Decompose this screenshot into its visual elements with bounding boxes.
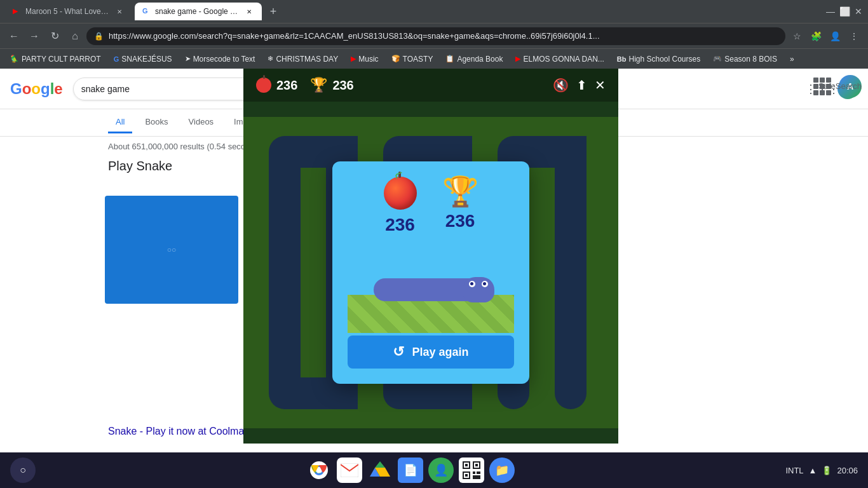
snake-thumbnail: ○○ xyxy=(105,196,238,304)
bookmark-star-icon[interactable]: ☆ xyxy=(788,27,806,45)
files-icon: 📁 xyxy=(495,463,509,477)
high-score-display: 🏆 236 xyxy=(310,77,353,93)
close-button[interactable]: ✕ xyxy=(854,7,863,16)
search-nav-videos[interactable]: Videos xyxy=(181,112,222,133)
current-score-display: 236 xyxy=(256,78,297,93)
nav-bar: ← → ↻ ⌂ 🔒 https://www.google.com/search?… xyxy=(0,23,868,48)
taskbar-qr[interactable] xyxy=(459,458,484,483)
search-nav-all[interactable]: All xyxy=(108,112,132,133)
trophy-icon: 🏆 xyxy=(310,77,327,93)
window-controls: — ⬜ ✕ xyxy=(826,7,863,16)
svg-rect-29 xyxy=(473,471,475,474)
maximize-button[interactable]: ⬜ xyxy=(840,7,849,16)
taskbar-chrome[interactable] xyxy=(306,458,332,483)
bookmark-snakejesus[interactable]: G SNAKEJÉSUS xyxy=(109,52,177,66)
bookmark-label-5: TOASTY xyxy=(403,55,433,64)
bookmark-label-2: Morsecode to Text xyxy=(193,55,255,64)
bookmark-favicon-8: Bb xyxy=(617,55,627,63)
back-button[interactable]: ← xyxy=(5,27,23,45)
bookmark-music[interactable]: ▶ Music xyxy=(346,52,383,66)
classroom-icon: 👤 xyxy=(434,463,448,477)
tab-1-title: Maroon 5 - What Lovers Do (Lyri... xyxy=(25,7,111,16)
modal-scores: 236 🏆 236 xyxy=(348,177,514,235)
bookmark-christmas-day[interactable]: ❄ CHRISTMAS DAY xyxy=(262,52,343,66)
main-content: Google snake game ⋮⋮⋮ A All Books Videos… xyxy=(0,69,868,488)
taskbar-right: INTL ▲ 🔋 20:06 xyxy=(785,466,858,475)
nav-right-icons: ☆ 🧩 👤 ⋮ xyxy=(788,27,863,45)
bookmark-favicon-3: ❄ xyxy=(268,55,273,63)
search-query: snake game xyxy=(81,84,130,94)
bookmark-favicon-7: ▶ xyxy=(515,55,520,63)
bookmark-label-1: SNAKEJÉSUS xyxy=(121,55,172,64)
bookmark-season8[interactable]: 🎮 Season 8 BOIS xyxy=(708,52,782,66)
svg-rect-22 xyxy=(465,464,468,466)
high-score-value: 236 xyxy=(332,78,353,93)
svg-rect-30 xyxy=(477,471,480,474)
tab-2-close[interactable]: ✕ xyxy=(244,6,254,17)
new-tab-button[interactable]: + xyxy=(264,3,282,20)
close-game-button[interactable]: ✕ xyxy=(595,78,606,93)
taskbar-files[interactable]: 📁 xyxy=(489,458,515,483)
tab-1[interactable]: ▶ Maroon 5 - What Lovers Do (Lyri... ✕ xyxy=(5,3,132,20)
modal-apple-icon xyxy=(384,177,417,210)
current-score-value: 236 xyxy=(276,78,297,93)
bookmark-label-6: Agenda Book xyxy=(457,55,503,64)
minimize-button[interactable]: — xyxy=(826,7,835,16)
bookmark-toasty[interactable]: 🍞 TOASTY xyxy=(386,52,438,66)
keyboard-layout: INTL xyxy=(785,466,803,475)
tab-1-favicon: ▶ xyxy=(13,7,22,16)
drive-icon xyxy=(370,461,390,479)
bookmark-favicon-1: G xyxy=(114,55,119,63)
bookmarks-bar: 🦜 PARTY CULT PARROT G SNAKEJÉSUS ➤ Morse… xyxy=(0,48,868,69)
apple-score-icon xyxy=(256,78,271,93)
safesearch-text: SafeSearch xyxy=(818,81,862,91)
snake-body xyxy=(374,278,488,301)
svg-rect-1 xyxy=(269,136,301,409)
modal-apple-score: 236 xyxy=(384,177,417,235)
title-bar: ▶ Maroon 5 - What Lovers Do (Lyri... ✕ G… xyxy=(0,0,868,23)
tab-2[interactable]: G snake game - Google Search ✕ xyxy=(135,3,262,20)
profile-icon[interactable]: 👤 xyxy=(826,27,844,45)
menu-icon[interactable]: ⋮ xyxy=(845,27,863,45)
search-nav-books[interactable]: Books xyxy=(137,112,175,133)
tab-2-title: snake game - Google Search xyxy=(155,7,240,16)
game-controls: 🔇 ⬆ ✕ xyxy=(553,78,606,93)
taskbar-drive[interactable] xyxy=(367,458,393,483)
modal-trophy-score: 🏆 236 xyxy=(442,177,478,235)
modal-trophy-icon: 🏆 xyxy=(442,177,478,206)
tab-2-favicon: G xyxy=(142,7,151,16)
bookmark-favicon-6: 📋 xyxy=(445,55,454,63)
url-text: https://www.google.com/search?q=snake+ga… xyxy=(109,31,778,41)
snake-scene xyxy=(348,250,514,333)
bookmark-elmos[interactable]: ▶ ELMOS GONNA DAN... xyxy=(510,52,609,66)
play-again-button[interactable]: ↺ Play again xyxy=(348,336,514,369)
bookmarks-more[interactable]: » xyxy=(785,52,799,66)
reload-button[interactable]: ↻ xyxy=(46,27,64,45)
home-button[interactable]: ⌂ xyxy=(66,27,84,45)
docs-icon: 📄 xyxy=(403,463,417,477)
forward-button[interactable]: → xyxy=(25,27,43,45)
battery-icon: 🔋 xyxy=(822,466,832,475)
bookmark-party-cult-parrot[interactable]: 🦜 PARTY CULT PARROT xyxy=(5,52,106,66)
bookmark-label-3: CHRISTMAS DAY xyxy=(276,55,338,64)
bookmark-morsecode[interactable]: ➤ Morsecode to Text xyxy=(180,52,261,66)
taskbar-gmail[interactable] xyxy=(337,458,362,483)
taskbar-start-button[interactable]: ○ xyxy=(10,458,36,483)
taskbar-classroom[interactable]: 👤 xyxy=(428,458,454,483)
share-button[interactable]: ⬆ xyxy=(576,78,587,93)
address-bar[interactable]: 🔒 https://www.google.com/search?q=snake+… xyxy=(86,27,785,45)
snake-eye-left xyxy=(469,281,475,287)
tab-1-close[interactable]: ✕ xyxy=(114,6,125,17)
bookmark-highschool[interactable]: Bb High School Courses xyxy=(612,52,705,66)
mute-button[interactable]: 🔇 xyxy=(553,78,569,93)
bookmark-agenda[interactable]: 📋 Agenda Book xyxy=(440,52,508,66)
taskbar-docs[interactable]: 📄 xyxy=(398,458,423,483)
bookmark-favicon-2: ➤ xyxy=(185,55,191,63)
snake-head xyxy=(463,277,494,302)
snake-thumb-inner: ○○ xyxy=(105,196,238,304)
extensions-icon[interactable]: 🧩 xyxy=(807,27,825,45)
clock: 20:06 xyxy=(837,466,858,475)
bookmark-favicon-5: 🍞 xyxy=(391,55,400,63)
taskbar-apps: 📄 👤 xyxy=(41,458,780,483)
chrome-icon xyxy=(309,460,329,480)
